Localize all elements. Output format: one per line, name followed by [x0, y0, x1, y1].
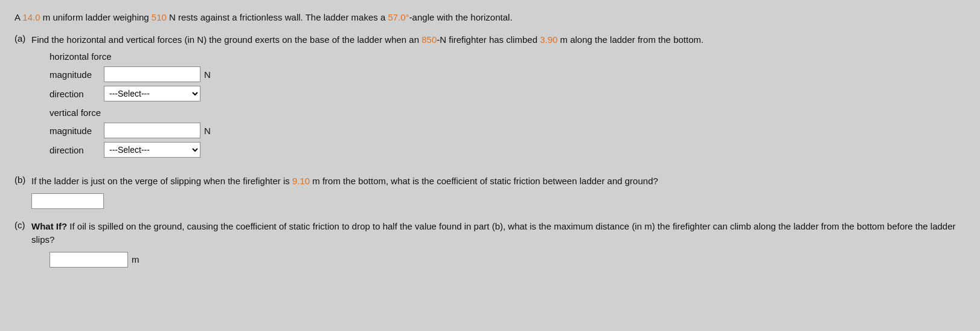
ladder-length-value: 14.0: [22, 12, 40, 22]
part-a-header: (a) Find the horizontal and vertical for…: [14, 33, 966, 164]
v-magnitude-input[interactable]: [104, 123, 200, 138]
part-a-content: Find the horizontal and vertical forces …: [31, 33, 966, 164]
part-b-desc-before: If the ladder is just on the verge of sl…: [31, 176, 292, 186]
part-a-desc-end: m along the ladder from the bottom.: [557, 34, 703, 45]
weight-value: 510: [152, 12, 167, 22]
part-b-desc-end: m from the bottom, what is the coefficie…: [310, 176, 658, 186]
part-b-header: (b) If the ladder is just on the verge o…: [14, 175, 966, 209]
angle-value: 57.0°: [388, 12, 409, 22]
part-c-unit: m: [132, 254, 139, 265]
h-magnitude-label: magnitude: [50, 69, 104, 80]
firefighter-weight-value: 850: [421, 34, 437, 45]
intro-text-after-weight: N rests against a frictionless wall. The…: [167, 12, 388, 22]
intro-text-before: A: [14, 12, 22, 22]
part-b: (b) If the ladder is just on the verge o…: [14, 175, 966, 209]
part-c-bold-prefix: What If?: [31, 221, 67, 231]
part-c-content: What If? If oil is spilled on the ground…: [31, 220, 966, 268]
part-c-desc: If oil is spilled on the ground, causing…: [31, 221, 956, 245]
part-c-letter: (c): [14, 220, 28, 230]
h-magnitude-row: magnitude N: [50, 66, 966, 82]
intro-line: A 14.0 m uniform ladder weighing 510 N r…: [14, 11, 966, 25]
part-a-description: Find the horizontal and vertical forces …: [31, 33, 966, 47]
part-c-answer-input[interactable]: [50, 252, 128, 268]
horizontal-force-title: horizontal force: [50, 51, 966, 62]
intro-text-after-length: m uniform ladder weighing: [40, 12, 152, 22]
h-direction-select[interactable]: ---Select--- upward downward to the left…: [104, 86, 200, 101]
part-b-description: If the ladder is just on the verge of sl…: [31, 175, 966, 188]
part-a-letter: (a): [14, 33, 28, 43]
h-direction-row: direction ---Select--- upward downward t…: [50, 86, 966, 101]
v-direction-row: direction ---Select--- upward downward t…: [50, 142, 966, 158]
h-magnitude-unit: N: [204, 69, 211, 80]
part-b-content: If the ladder is just on the verge of sl…: [31, 175, 966, 209]
part-c-header: (c) What If? If oil is spilled on the gr…: [14, 220, 966, 268]
horizontal-force-section: horizontal force magnitude N direction -…: [50, 51, 966, 101]
v-magnitude-label: magnitude: [50, 126, 104, 136]
h-direction-label: direction: [50, 89, 104, 99]
part-b-letter: (b): [14, 175, 28, 185]
v-magnitude-row: magnitude N: [50, 123, 966, 138]
part-b-dist-value: 9.10: [292, 176, 310, 186]
part-a-desc-before: Find the horizontal and vertical forces …: [31, 34, 421, 45]
part-c-description: What If? If oil is spilled on the ground…: [31, 220, 966, 247]
part-b-answer-input[interactable]: [31, 193, 104, 209]
intro-text-after-angle: -angle with the horizontal.: [409, 12, 513, 22]
part-a: (a) Find the horizontal and vertical for…: [14, 33, 966, 164]
climbed-dist-value: 3.90: [540, 34, 557, 45]
v-direction-select[interactable]: ---Select--- upward downward to the left…: [104, 142, 200, 158]
vertical-force-section: vertical force magnitude N direction ---…: [50, 108, 966, 158]
part-c: (c) What If? If oil is spilled on the gr…: [14, 220, 966, 268]
v-direction-label: direction: [50, 145, 104, 155]
h-magnitude-input[interactable]: [104, 66, 200, 82]
part-c-answer-row: m: [50, 252, 966, 268]
vertical-force-title: vertical force: [50, 108, 966, 118]
part-a-desc-middle: -N firefighter has climbed: [437, 34, 540, 45]
v-magnitude-unit: N: [204, 126, 211, 136]
